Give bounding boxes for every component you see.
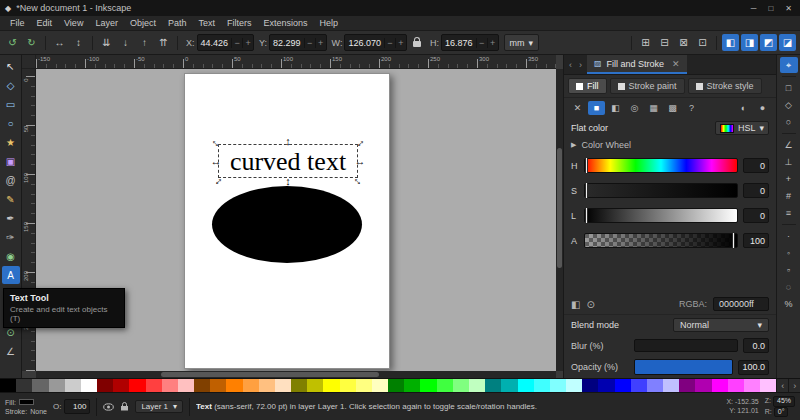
slider-s[interactable]	[584, 183, 738, 198]
scale-handle-s[interactable]: ↕	[282, 176, 294, 186]
unknown-paint-icon[interactable]: ?	[683, 101, 700, 115]
radial-gradient-icon[interactable]: ◎	[626, 101, 643, 115]
lock-ratio-icon[interactable]	[413, 41, 421, 47]
blur-slider[interactable]	[634, 339, 738, 352]
rectangle-tool[interactable]: ▭	[2, 95, 20, 113]
spin-plus-icon[interactable]: +	[242, 38, 253, 48]
vertical-scrollbar-thumb[interactable]	[557, 148, 562, 269]
tab-fill[interactable]: Fill	[568, 78, 607, 94]
snap-edge-icon[interactable]: ◦	[780, 245, 798, 261]
palette-swatch[interactable]	[404, 379, 420, 392]
ellipse-tool[interactable]: ○	[2, 114, 20, 132]
w-spinbox[interactable]: 126.070−+	[344, 34, 407, 51]
tab-stroke-paint[interactable]: Stroke paint	[610, 78, 685, 94]
scale-handle-e[interactable]: ↔	[354, 156, 366, 166]
star-tool[interactable]: ★	[2, 133, 20, 151]
scale-pattern-icon[interactable]: ⊡	[694, 34, 711, 51]
palette-swatch[interactable]	[679, 379, 695, 392]
swatch-store-icon[interactable]: ●	[754, 101, 771, 115]
pattern-icon[interactable]: ▦	[645, 101, 662, 115]
raise-icon[interactable]: ↑	[136, 34, 153, 51]
palette-swatch[interactable]	[631, 379, 647, 392]
unit-dropdown[interactable]: mm ▾	[504, 34, 540, 51]
text-object[interactable]: curved text	[219, 145, 357, 179]
palette-swatch[interactable]	[356, 379, 372, 392]
horizontal-scrollbar[interactable]	[36, 371, 556, 378]
raise-to-top-icon[interactable]: ⇈	[155, 34, 172, 51]
palette-swatch[interactable]	[146, 379, 162, 392]
flat-color-icon[interactable]: ■	[588, 101, 605, 115]
scale-handle-w[interactable]: ↔	[210, 156, 222, 166]
object-opacity-spinbox[interactable]: 100	[64, 399, 90, 414]
menu-edit[interactable]: Edit	[31, 17, 59, 29]
spin-plus-icon[interactable]: +	[315, 38, 326, 48]
slider-handle[interactable]	[732, 232, 735, 249]
menu-text[interactable]: Text	[192, 17, 221, 29]
palette-swatch[interactable]	[307, 379, 323, 392]
swatch-icon[interactable]: ▩	[664, 101, 681, 115]
slider-h[interactable]	[584, 158, 738, 173]
horizontal-ruler[interactable]: -150-100-50050100150200250300350	[36, 55, 556, 69]
scale-gradient-icon[interactable]: ⊠	[675, 34, 692, 51]
opacity-spinbox[interactable]: 100.0	[738, 360, 769, 375]
blend-mode-dropdown[interactable]: Normal ▾	[673, 318, 769, 332]
snap-text-icon[interactable]: ◌	[780, 279, 798, 295]
rotate-cw-icon[interactable]: ↻	[23, 34, 40, 51]
spin-plus-icon[interactable]: +	[395, 38, 406, 48]
snap-enable-icon[interactable]: ⌖	[780, 57, 798, 73]
palette-swatch[interactable]	[226, 379, 242, 392]
palette-swatch[interactable]	[32, 379, 48, 392]
palette-swatch[interactable]	[372, 379, 388, 392]
spin-minus-icon[interactable]: −	[384, 38, 395, 48]
rotate-option-icon[interactable]: ◨	[741, 34, 758, 51]
blur-spinbox[interactable]: 0.0	[743, 338, 769, 353]
dock-next-icon[interactable]: ›	[577, 60, 584, 70]
palette-swatch[interactable]	[323, 379, 339, 392]
snap-perpendicular-icon[interactable]: ⊥	[780, 154, 798, 170]
pencil-tool[interactable]: ✎	[2, 190, 20, 208]
spin-minus-icon[interactable]: −	[304, 38, 315, 48]
snap-midpoints-icon[interactable]: ·	[780, 228, 798, 244]
no-paint-icon[interactable]: ✕	[569, 101, 586, 115]
selector-tool[interactable]: ↖	[2, 57, 20, 75]
palette-swatch[interactable]	[291, 379, 307, 392]
snap-grid-icon[interactable]: #	[780, 188, 798, 204]
palette-swatch[interactable]	[728, 379, 744, 392]
slider-a-spinbox[interactable]: 100	[743, 233, 769, 248]
paint-bucket-tool[interactable]: ◉	[2, 247, 20, 265]
h-spinbox[interactable]: 16.876−+	[441, 34, 499, 51]
spin-minus-icon[interactable]: −	[476, 38, 487, 48]
menu-filters[interactable]: Filters	[221, 17, 258, 29]
palette-swatch[interactable]	[210, 379, 226, 392]
menu-object[interactable]: Object	[124, 17, 162, 29]
snap-rotation-icon[interactable]: %	[780, 296, 798, 312]
move-option-icon[interactable]: ◧	[722, 34, 739, 51]
palette-swatch[interactable]	[760, 379, 776, 392]
x-spinbox[interactable]: 44.426−+	[197, 34, 255, 51]
lower-icon[interactable]: ↓	[117, 34, 134, 51]
menu-view[interactable]: View	[58, 17, 89, 29]
palette-swatch[interactable]	[113, 379, 129, 392]
flip-vertical-icon[interactable]: ↕	[70, 34, 87, 51]
skew-option-icon[interactable]: ◪	[779, 34, 796, 51]
calligraphy-tool[interactable]: ✑	[2, 228, 20, 246]
palette-scroll-right-icon[interactable]: ›	[788, 379, 800, 392]
menu-extensions[interactable]: Extensions	[257, 17, 313, 29]
horizontal-scrollbar-thumb[interactable]	[161, 372, 379, 377]
palette-swatch[interactable]	[518, 379, 534, 392]
spin-plus-icon[interactable]: +	[487, 38, 498, 48]
slider-handle[interactable]	[585, 182, 588, 199]
slider-handle[interactable]	[585, 157, 588, 174]
palette-swatch[interactable]	[695, 379, 711, 392]
document-page[interactable]: curved text ↔ ↔ ↔ ↔ ↕ ↕ ↔ ↔	[184, 73, 390, 369]
color-wheel-row[interactable]: ▶ Color Wheel	[564, 137, 776, 153]
slider-l-spinbox[interactable]: 0	[743, 208, 769, 223]
flip-horizontal-icon[interactable]: ↔	[51, 34, 68, 51]
snap-centers-icon[interactable]: ○	[780, 114, 798, 130]
box-3d-tool[interactable]: ▣	[2, 152, 20, 170]
palette-swatch[interactable]	[81, 379, 97, 392]
text-tool[interactable]: A	[2, 266, 20, 284]
palette-swatch[interactable]	[65, 379, 81, 392]
fill-swatch[interactable]	[19, 399, 34, 405]
palette-swatch[interactable]	[0, 379, 16, 392]
